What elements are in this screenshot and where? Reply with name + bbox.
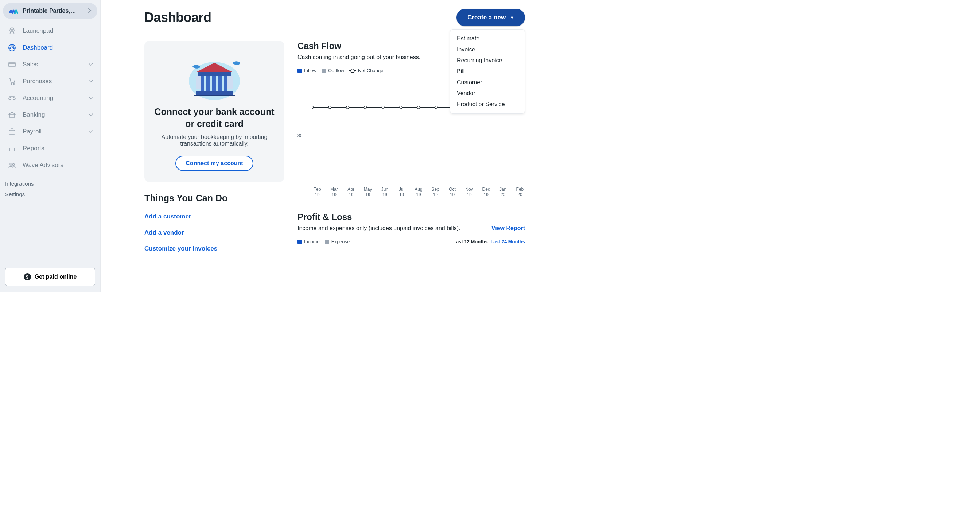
svg-rect-16 xyxy=(200,76,204,91)
profit-loss-range-selector: Last 12 Months Last 24 Months xyxy=(453,239,525,244)
svg-rect-15 xyxy=(197,72,231,76)
button-label: Create a new xyxy=(468,14,506,21)
sidebar-item-purchases[interactable]: Purchases xyxy=(3,73,97,90)
svg-rect-5 xyxy=(9,62,15,67)
x-tick-label: Feb19 xyxy=(312,187,322,198)
dollar-circle-icon: $ xyxy=(24,273,31,281)
svg-point-25 xyxy=(346,106,349,109)
sidebar-item-banking[interactable]: Banking xyxy=(3,107,97,123)
sidebar-item-payroll[interactable]: Payroll xyxy=(3,123,97,140)
cart-icon xyxy=(7,77,17,86)
svg-point-3 xyxy=(12,46,13,46)
net-change-icon xyxy=(349,70,356,71)
connect-bank-card: Connect your bank account or credit card… xyxy=(145,41,285,182)
range-24-months[interactable]: Last 24 Months xyxy=(490,239,525,244)
wave-logo-icon xyxy=(9,6,19,16)
create-new-dropdown: Estimate Invoice Recurring Invoice Bill … xyxy=(450,29,525,114)
sidebar-item-launchpad[interactable]: Launchpad xyxy=(3,22,97,39)
x-tick-label: May19 xyxy=(363,187,373,198)
business-name: Printable Parties,… xyxy=(22,8,84,14)
svg-rect-21 xyxy=(196,91,232,95)
x-tick-label: Sep19 xyxy=(430,187,441,198)
create-new-button[interactable]: Create a new ▼ xyxy=(457,9,525,26)
x-tick-label: Apr19 xyxy=(346,187,356,198)
main-content: Dashboard Create a new ▼ Estimate Invoic… xyxy=(100,0,547,292)
bank-card-title: Connect your bank account or credit card xyxy=(153,106,275,129)
sidebar-item-label: Wave Advisors xyxy=(22,161,64,169)
action-link-add-customer[interactable]: Add a customer xyxy=(145,209,285,225)
dropdown-item-product-or-service[interactable]: Product or Service xyxy=(450,99,525,110)
profit-loss-panel: Profit & Loss Income and expenses only (… xyxy=(298,212,525,244)
action-link-customize-invoices[interactable]: Customize your invoices xyxy=(145,241,285,257)
dropdown-item-bill[interactable]: Bill xyxy=(450,66,525,77)
svg-point-27 xyxy=(382,106,384,109)
sidebar: Printable Parties,… Launchpad xyxy=(0,0,100,292)
sidebar-item-label: Dashboard xyxy=(22,44,53,51)
sidebar-item-label: Reports xyxy=(22,145,45,152)
x-tick-label: Jul19 xyxy=(397,187,407,198)
sidebar-item-reports[interactable]: Reports xyxy=(3,140,97,157)
y-axis-zero-label: $0 xyxy=(298,133,302,138)
page-title: Dashboard xyxy=(145,10,212,25)
sidebar-item-sales[interactable]: Sales xyxy=(3,56,97,73)
bars-icon xyxy=(7,144,17,153)
sidebar-item-label: Launchpad xyxy=(22,27,53,35)
x-tick-label: Jan20 xyxy=(498,187,508,198)
sidebar-item-settings[interactable]: Settings xyxy=(3,189,97,199)
sidebar-item-dashboard[interactable]: Dashboard xyxy=(3,39,97,56)
dropdown-item-invoice[interactable]: Invoice xyxy=(450,44,525,55)
svg-point-30 xyxy=(435,106,438,109)
get-paid-online-button[interactable]: $ Get paid online xyxy=(5,268,95,286)
legend-outflow: Outflow xyxy=(321,68,344,73)
chevron-down-icon xyxy=(89,96,93,100)
svg-rect-12 xyxy=(196,76,201,89)
things-you-can-do-title: Things You Can Do xyxy=(145,193,285,204)
svg-rect-18 xyxy=(212,76,216,91)
svg-point-29 xyxy=(417,106,420,109)
action-link-add-vendor[interactable]: Add a vendor xyxy=(145,225,285,241)
bank-illustration-icon xyxy=(153,48,275,102)
x-tick-label: Aug19 xyxy=(414,187,424,198)
profit-loss-title: Profit & Loss xyxy=(298,212,525,222)
chevron-down-icon xyxy=(89,129,93,134)
svg-point-10 xyxy=(13,164,14,166)
briefcase-icon xyxy=(7,127,17,136)
x-tick-label: Jun19 xyxy=(380,187,390,198)
svg-point-6 xyxy=(11,83,12,85)
dropdown-item-recurring-invoice[interactable]: Recurring Invoice xyxy=(450,55,525,66)
bank-icon xyxy=(7,110,17,120)
svg-rect-20 xyxy=(224,76,228,91)
x-tick-label: Oct19 xyxy=(447,187,458,198)
svg-point-24 xyxy=(328,106,331,109)
people-icon xyxy=(7,161,17,170)
dropdown-item-vendor[interactable]: Vendor xyxy=(450,88,525,99)
sidebar-item-label: Accounting xyxy=(22,94,53,102)
square-icon xyxy=(298,240,302,244)
dropdown-item-estimate[interactable]: Estimate xyxy=(450,33,525,44)
dropdown-item-customer[interactable]: Customer xyxy=(450,77,525,88)
chevron-right-icon xyxy=(88,8,92,14)
sidebar-item-accounting[interactable]: Accounting xyxy=(3,90,97,107)
legend-net-change: Net Change xyxy=(349,68,383,73)
svg-point-9 xyxy=(10,163,12,165)
range-12-months[interactable]: Last 12 Months xyxy=(453,239,488,244)
svg-point-7 xyxy=(13,83,14,85)
sidebar-item-integrations[interactable]: Integrations xyxy=(3,179,97,189)
view-report-link[interactable]: View Report xyxy=(492,225,525,231)
profit-loss-subtitle: Income and expenses only (includes unpai… xyxy=(298,225,487,231)
x-tick-label: Mar19 xyxy=(329,187,339,198)
svg-point-2 xyxy=(10,48,11,48)
business-switcher[interactable]: Printable Parties,… xyxy=(3,3,97,19)
chevron-down-icon xyxy=(89,62,93,67)
sidebar-item-wave-advisors[interactable]: Wave Advisors xyxy=(3,157,97,174)
legend-expense: Expense xyxy=(325,239,350,244)
svg-point-4 xyxy=(13,48,14,48)
svg-rect-22 xyxy=(194,95,235,96)
svg-rect-17 xyxy=(206,76,210,91)
sidebar-item-label: Sales xyxy=(22,61,38,68)
connect-account-button[interactable]: Connect my account xyxy=(175,156,253,171)
sidebar-item-label: Banking xyxy=(22,111,45,118)
chevron-down-icon xyxy=(89,112,93,118)
svg-point-23 xyxy=(312,106,313,109)
sidebar-item-label: Purchases xyxy=(22,78,52,85)
